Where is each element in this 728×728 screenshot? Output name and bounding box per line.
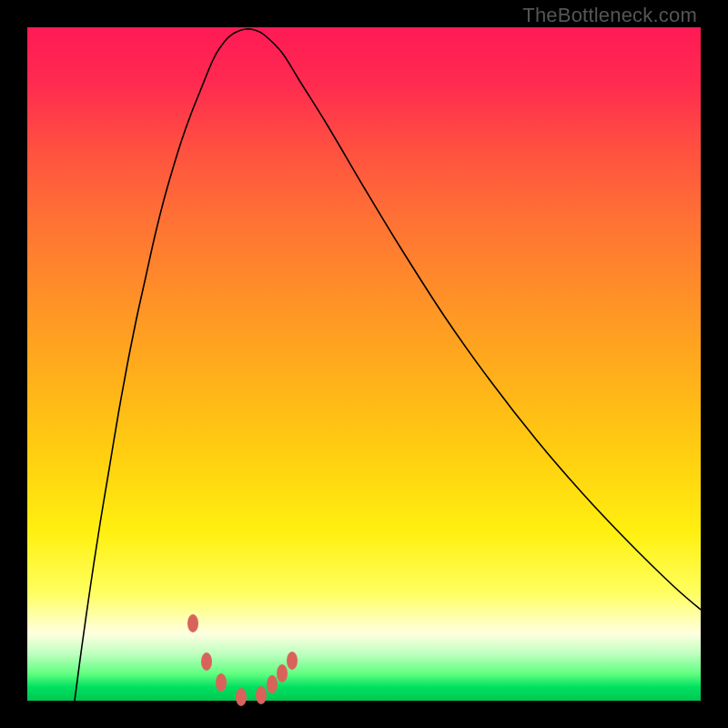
- bottleneck-curve: [75, 29, 701, 701]
- chart-frame: TheBottleneck.com: [0, 0, 728, 728]
- curve-marker: [216, 673, 227, 692]
- curve-marker: [267, 675, 278, 693]
- curve-markers: [187, 614, 298, 706]
- curve-marker: [236, 688, 247, 706]
- watermark-text: TheBottleneck.com: [522, 4, 697, 27]
- curve-marker: [277, 664, 288, 682]
- curve-marker: [187, 614, 198, 632]
- plot-area: [27, 27, 701, 701]
- curve-marker: [256, 686, 267, 704]
- curve-marker: [201, 652, 212, 671]
- curve-layer: [27, 27, 701, 701]
- curve-marker: [287, 652, 298, 670]
